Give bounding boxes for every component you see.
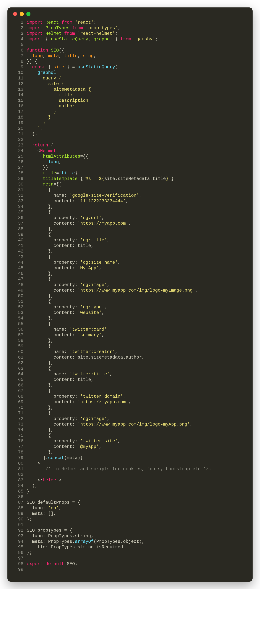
code-line: 50 }, — [13, 293, 247, 299]
line-number: 10 — [13, 70, 27, 76]
code-line: 25 htmlAttributes={{ — [13, 154, 247, 159]
line-number: 26 — [13, 159, 27, 165]
token-fn: concat — [48, 455, 64, 460]
token-punc: }) { — [27, 59, 37, 64]
token-str: 'https://myapp.com' — [78, 400, 129, 404]
token-punc — [72, 20, 75, 25]
line-number: 18 — [13, 114, 27, 120]
line-number: 80 — [13, 461, 27, 466]
line-number: 27 — [13, 165, 27, 170]
token-punc: ={[ — [53, 182, 61, 187]
token-str: title — [27, 92, 72, 98]
line-number: 61 — [13, 355, 27, 360]
code-area[interactable]: 1import React from 'react';2import PropT… — [7, 18, 253, 576]
token-punc: } — [27, 489, 29, 494]
line-number: 32 — [13, 193, 27, 198]
token-punc: , — [59, 160, 61, 164]
line-content: }, — [27, 382, 247, 388]
line-content: } — [27, 120, 247, 126]
code-line: 22 — [13, 137, 247, 142]
code-line: 82 — [13, 472, 247, 478]
token-punc: }, — [27, 249, 53, 254]
token-punc: ={ — [78, 176, 83, 181]
code-line: 51 { — [13, 299, 247, 304]
token-punc: } — [171, 176, 174, 181]
token-punc: , — [118, 260, 120, 265]
line-content: }, — [27, 338, 247, 344]
line-content — [27, 567, 247, 572]
token-punc: { — [27, 433, 51, 438]
token-punc: content: — [27, 266, 78, 270]
token-punc: , — [128, 221, 131, 226]
token-punc: , — [40, 126, 43, 131]
code-line: 29 titleTemplate={`%s | ${site.siteMetad… — [13, 176, 247, 182]
line-content: property: 'twitter:domain', — [27, 394, 247, 399]
code-line: 26 lang, — [13, 159, 247, 165]
code-line: 88 lang: 'en', — [13, 506, 247, 511]
token-punc: meta: PropTypes. — [27, 539, 75, 544]
line-content: SEO.propTypes = { — [27, 528, 247, 533]
token-punc: }, — [27, 204, 53, 209]
line-content: { — [27, 210, 247, 215]
code-line: 95 title: PropTypes.string.isRequired, — [13, 544, 247, 550]
line-content: content: title, — [27, 377, 247, 382]
token-fn: graphql — [37, 70, 56, 75]
line-number: 55 — [13, 321, 27, 327]
line-content: titleTemplate={`%s | ${site.siteMetadata… — [27, 176, 247, 182]
token-punc — [43, 20, 45, 25]
code-line: 85} — [13, 489, 247, 494]
token-str: 'react-helmet' — [78, 31, 115, 36]
code-line: 46 }, — [13, 271, 247, 276]
token-str: 'google-site-verification' — [69, 193, 139, 198]
code-line: 23 return ( — [13, 142, 247, 148]
token-str: 'og:type' — [80, 304, 104, 310]
code-line: 55 { — [13, 321, 247, 327]
code-line: 80 > — [13, 461, 247, 466]
token-punc: property: — [27, 260, 80, 265]
token-punc — [131, 37, 134, 42]
token-punc: { — [27, 299, 51, 304]
code-line: 99 — [13, 567, 247, 572]
token-str: 'gatsby' — [134, 37, 155, 42]
token-punc: { — [27, 388, 51, 393]
code-line: 92SEO.propTypes = { — [13, 528, 247, 533]
token-attr: title — [43, 171, 56, 176]
token-kw: import — [27, 31, 43, 36]
token-punc — [59, 20, 61, 25]
token-kw: from — [72, 26, 83, 30]
code-line: 2import PropTypes from 'prop-types'; — [13, 25, 247, 31]
minimize-icon[interactable] — [20, 12, 24, 16]
token-punc: , — [43, 54, 48, 58]
token-kw: from — [61, 20, 72, 25]
code-line: 57 content: 'summary', — [13, 332, 247, 338]
code-line: 12 site { — [13, 81, 247, 87]
line-number: 62 — [13, 360, 27, 366]
token-punc: title: PropTypes.string.isRequired, — [27, 545, 126, 550]
token-punc: }; — [27, 550, 32, 555]
line-content: property: 'og:image', — [27, 282, 247, 288]
token-punc: ={ — [56, 171, 61, 176]
line-number: 14 — [13, 92, 27, 98]
token-punc: { — [27, 232, 51, 237]
token-str: `%s | ${ — [83, 176, 104, 181]
zoom-icon[interactable] — [26, 12, 30, 16]
code-line: 81 {/* in Helmet add scripts for cookies… — [13, 466, 247, 472]
code-line: 5 — [13, 42, 247, 48]
line-number: 24 — [13, 148, 27, 154]
token-str: 'prop-types' — [86, 26, 118, 30]
code-line: 3import Helmet from 'react-helmet'; — [13, 31, 247, 36]
line-number: 68 — [13, 394, 27, 399]
line-content: } — [27, 114, 247, 120]
token-str: '@myapp' — [78, 444, 99, 449]
token-kw: const — [32, 64, 45, 70]
line-number: 4 — [13, 36, 27, 42]
code-line: 44 property: 'og:site_name', — [13, 260, 247, 265]
token-name: React — [45, 20, 59, 25]
line-content — [27, 494, 247, 500]
line-content: content: 'website', — [27, 310, 247, 316]
code-line: 70 }, — [13, 405, 247, 410]
token-punc: }, — [27, 405, 53, 410]
line-content: SEO.defaultProps = { — [27, 500, 247, 506]
line-number: 49 — [13, 288, 27, 293]
close-icon[interactable] — [13, 12, 17, 16]
